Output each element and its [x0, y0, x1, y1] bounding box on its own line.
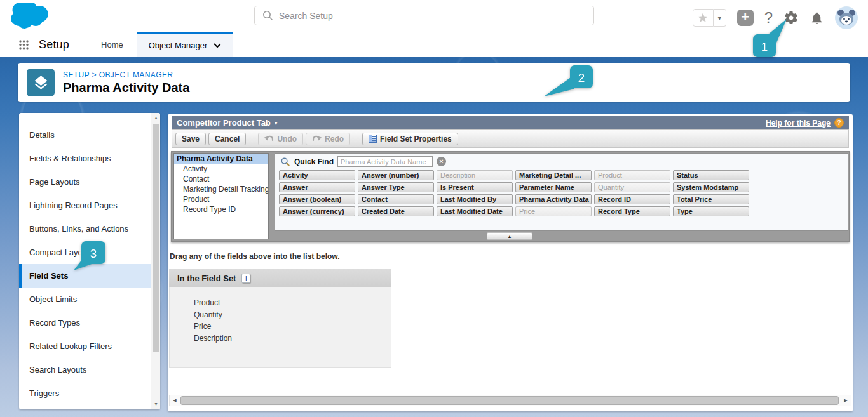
quick-find-label: Quick Find — [294, 157, 334, 166]
scroll-down-icon[interactable]: ▾ — [151, 399, 160, 409]
global-header: ▾ + ? — [0, 0, 868, 32]
properties-icon — [369, 135, 377, 143]
quick-find-input[interactable] — [337, 156, 433, 167]
tab-object-manager[interactable]: Object Manager — [137, 32, 233, 57]
palette-field[interactable]: Answer (currency) — [279, 206, 355, 216]
breadcrumb[interactable]: SETUP > OBJECT MANAGER — [63, 70, 189, 79]
field-set-name: Competitor Product Tab — [177, 118, 271, 128]
app-launcher-icon[interactable] — [19, 40, 29, 50]
sidebar-item-search-layouts[interactable]: Search Layouts — [19, 358, 160, 381]
annotation-3-callout: 3 — [69, 239, 114, 273]
field-set-properties-button[interactable]: Field Set Properties — [362, 133, 458, 145]
favorites-dropdown-button[interactable]: ▾ — [714, 9, 726, 27]
svg-text:3: 3 — [90, 247, 97, 260]
redo-button[interactable]: Redo — [306, 133, 350, 145]
field-set-drop-zone[interactable]: Product Quantity Price Description — [169, 287, 391, 368]
info-icon[interactable]: i — [241, 274, 250, 283]
svg-text:1: 1 — [761, 40, 768, 53]
palette-field[interactable]: Status — [673, 170, 749, 180]
palette-field[interactable]: Record Type — [594, 206, 670, 216]
search-icon — [262, 10, 273, 21]
quick-find-icon — [280, 157, 290, 167]
tree-item-contact[interactable]: Contact — [174, 174, 268, 184]
user-avatar[interactable] — [835, 6, 858, 29]
palette-field[interactable]: Answer (boolean) — [279, 194, 355, 204]
field-palette-region: Pharma Activity Data Activity Contact Ma… — [171, 151, 850, 242]
svg-text:2: 2 — [578, 71, 585, 84]
scroll-left-icon[interactable]: ◀ — [170, 395, 180, 406]
palette-field[interactable]: System Modstamp — [673, 182, 749, 192]
palette-field: Price — [515, 206, 592, 216]
object-layers-icon — [27, 69, 55, 96]
annotation-1-callout: 1 — [750, 17, 794, 58]
palette-field[interactable]: Created Date — [358, 206, 434, 216]
star-icon — [697, 12, 709, 23]
sidebar-item-record-types[interactable]: Record Types — [19, 311, 160, 334]
palette-field: Description — [437, 170, 513, 180]
sidebar-item-details[interactable]: Details — [19, 123, 160, 147]
clear-search-icon[interactable]: × — [437, 157, 446, 166]
palette-field[interactable]: Total Price — [673, 194, 749, 204]
horizontal-scrollbar[interactable]: ◀ ▶ — [169, 395, 851, 406]
palette-field[interactable]: Contact — [358, 194, 434, 204]
field-set-item[interactable]: Description — [170, 333, 391, 345]
toolbar-divider — [252, 133, 252, 145]
field-set-item[interactable]: Quantity — [170, 309, 391, 321]
page-title: Pharma Activity Data — [63, 81, 189, 95]
notifications-bell-icon[interactable] — [810, 11, 824, 25]
editor-toolbar: Save Cancel Undo Redo — [172, 129, 849, 148]
sidebar-item-object-limits[interactable]: Object Limits — [19, 288, 160, 311]
tree-item-product[interactable]: Product — [174, 194, 268, 204]
cancel-button[interactable]: Cancel — [208, 133, 246, 145]
palette-field[interactable]: Parameter Name — [515, 182, 592, 192]
sidebar-item-lightning-record-pages[interactable]: Lightning Record Pages — [19, 194, 160, 217]
palette-field: Quantity — [594, 182, 670, 192]
scroll-up-icon[interactable]: ▴ — [151, 113, 160, 123]
object-tree-panel: Pharma Activity Data Activity Contact Ma… — [173, 153, 269, 239]
palette-field[interactable]: Type — [673, 206, 749, 216]
app-title: Setup — [39, 38, 69, 51]
tree-item-record-type-id[interactable]: Record Type ID — [174, 204, 268, 215]
undo-button[interactable]: Undo — [258, 133, 303, 145]
chevron-down-icon — [214, 43, 221, 48]
palette-field[interactable]: Answer (number) — [358, 170, 434, 180]
sidebar-item-related-lookup-filters[interactable]: Related Lookup Filters — [19, 334, 160, 358]
palette-field: Product — [594, 170, 670, 180]
tree-item-activity[interactable]: Activity — [174, 164, 268, 174]
tab-home[interactable]: Home — [87, 32, 137, 57]
palette-field[interactable]: Last Modified By — [437, 194, 513, 204]
toolbar-divider — [356, 133, 356, 145]
palette-field[interactable]: Is Present — [437, 182, 513, 192]
sidebar-item-page-layouts[interactable]: Page Layouts — [19, 170, 160, 194]
field-set-item[interactable]: Product — [170, 287, 391, 309]
sidebar-item-buttons-links-actions[interactable]: Buttons, Links, and Actions — [19, 217, 160, 241]
scrollbar-thumb[interactable] — [153, 124, 159, 352]
field-palette: Quick Find × Activity Answer (number) De… — [275, 153, 848, 231]
palette-collapse-handle[interactable]: ▲ — [487, 232, 532, 240]
scrollbar-thumb[interactable] — [180, 396, 839, 405]
global-search — [254, 6, 594, 25]
palette-field[interactable]: Last Modified Date — [437, 206, 513, 216]
editor-title-bar: Competitor Product Tab ▾ Help for this P… — [172, 116, 849, 129]
tree-root-pharma-activity-data[interactable]: Pharma Activity Data — [174, 154, 268, 164]
help-for-this-page-link[interactable]: Help for this Page — [766, 119, 831, 128]
help-badge-icon[interactable]: ? — [834, 118, 844, 128]
palette-field[interactable]: Activity — [279, 170, 355, 180]
palette-field[interactable]: Answer Type — [358, 182, 434, 192]
favorites-star-button[interactable] — [693, 9, 714, 27]
field-set-item[interactable]: Price — [170, 321, 391, 333]
tree-item-marketing-detail-tracking[interactable]: Marketing Detail Tracking — [174, 184, 268, 194]
sidebar-item-fields-relationships[interactable]: Fields & Relationships — [19, 147, 160, 170]
sidebar-item-triggers[interactable]: Triggers — [19, 381, 160, 405]
setup-nav-bar: Setup Home Object Manager — [0, 32, 868, 57]
palette-field[interactable]: Marketing Detail ... — [515, 170, 592, 180]
palette-field[interactable]: Answer — [279, 182, 355, 192]
scroll-right-icon[interactable]: ▶ — [841, 395, 851, 406]
search-setup-input[interactable] — [279, 11, 593, 21]
field-set-dropdown-icon[interactable]: ▾ — [275, 119, 278, 126]
palette-field[interactable]: Pharma Activity Data — [515, 194, 592, 204]
save-button[interactable]: Save — [175, 133, 206, 145]
palette-field[interactable]: Record ID — [594, 194, 670, 204]
undo-icon — [264, 135, 274, 143]
sidebar-scrollbar[interactable]: ▴ ▾ — [151, 113, 160, 409]
